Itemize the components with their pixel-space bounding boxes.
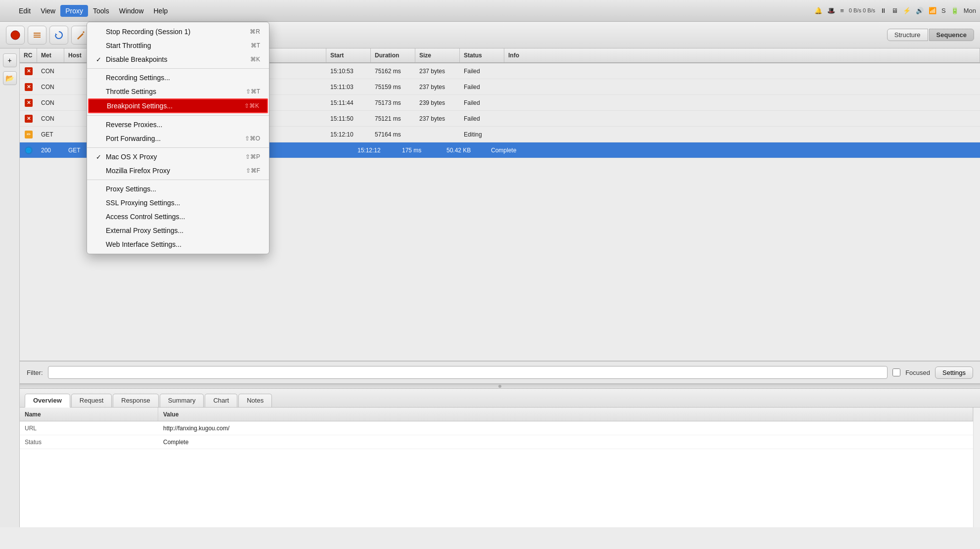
menu-shortcut: ⌘K	[250, 56, 260, 63]
menu-item-throttle-settings[interactable]: Throttle Settings ⇧⌘T	[87, 85, 269, 98]
proxy-menu: Stop Recording (Session 1) ⌘R Start Thro…	[87, 22, 269, 254]
menu-shortcut: ⌘R	[250, 28, 260, 35]
menu-item-port-forwarding[interactable]: Port Forwarding... ⇧⌘O	[87, 132, 269, 145]
menu-divider	[87, 180, 269, 180]
menu-item-label: Access Control Settings...	[106, 213, 185, 221]
dropdown-overlay[interactable]: Stop Recording (Session 1) ⌘R Start Thro…	[0, 0, 980, 549]
menu-item-label: Proxy Settings...	[106, 185, 156, 193]
menu-item-breakpoint-settings[interactable]: Breakpoint Settings... ⇧⌘K	[88, 98, 268, 113]
menu-item-recording-settings[interactable]: Recording Settings...	[87, 71, 269, 85]
menu-item-label: Mac OS X Proxy	[106, 153, 157, 161]
menu-checkmark: ✓	[96, 153, 104, 161]
menu-item-label: Start Throttling	[106, 42, 151, 49]
menu-item-label: Recording Settings...	[106, 74, 170, 82]
menu-item-firefox-proxy[interactable]: Mozilla Firefox Proxy ⇧⌘F	[87, 164, 269, 178]
menu-item-proxy-settings[interactable]: Proxy Settings...	[87, 182, 269, 196]
menu-item-ssl-settings[interactable]: SSL Proxying Settings...	[87, 196, 269, 210]
menu-shortcut: ⇧⌘K	[244, 102, 259, 109]
menu-shortcut: ⇧⌘T	[246, 88, 260, 95]
menu-shortcut: ⇧⌘P	[245, 153, 260, 160]
menu-item-label: SSL Proxying Settings...	[106, 199, 180, 207]
menu-item-label: External Proxy Settings...	[106, 227, 183, 234]
menu-item-label: Reverse Proxies...	[106, 121, 162, 129]
menu-item-start-throttling[interactable]: Start Throttling ⌘T	[87, 39, 269, 52]
menu-item-stop-recording[interactable]: Stop Recording (Session 1) ⌘R	[87, 25, 269, 39]
menu-shortcut: ⌘T	[251, 42, 260, 49]
menu-item-label: Throttle Settings	[106, 88, 156, 95]
menu-shortcut: ⇧⌘F	[246, 167, 260, 174]
menu-shortcut: ⇧⌘O	[245, 135, 260, 142]
menu-divider	[87, 68, 269, 69]
menu-item-label: Disable Breakpoints	[106, 55, 168, 63]
menu-divider	[87, 147, 269, 148]
menu-item-access-control[interactable]: Access Control Settings...	[87, 210, 269, 224]
menu-item-external-proxy[interactable]: External Proxy Settings...	[87, 224, 269, 237]
menu-divider	[87, 115, 269, 116]
menu-item-label: Web Interface Settings...	[106, 240, 181, 248]
menu-item-disable-breakpoints[interactable]: ✓ Disable Breakpoints ⌘K	[87, 52, 269, 66]
menu-item-label: Stop Recording (Session 1)	[106, 28, 190, 36]
menu-item-web-interface[interactable]: Web Interface Settings...	[87, 237, 269, 251]
menu-item-mac-proxy[interactable]: ✓ Mac OS X Proxy ⇧⌘P	[87, 150, 269, 164]
menu-item-reverse-proxies[interactable]: Reverse Proxies...	[87, 118, 269, 132]
menu-checkmark: ✓	[96, 56, 104, 63]
menu-item-label: Mozilla Firefox Proxy	[106, 167, 170, 175]
menu-item-label: Port Forwarding...	[106, 135, 161, 142]
menu-item-label: Breakpoint Settings...	[107, 102, 173, 110]
